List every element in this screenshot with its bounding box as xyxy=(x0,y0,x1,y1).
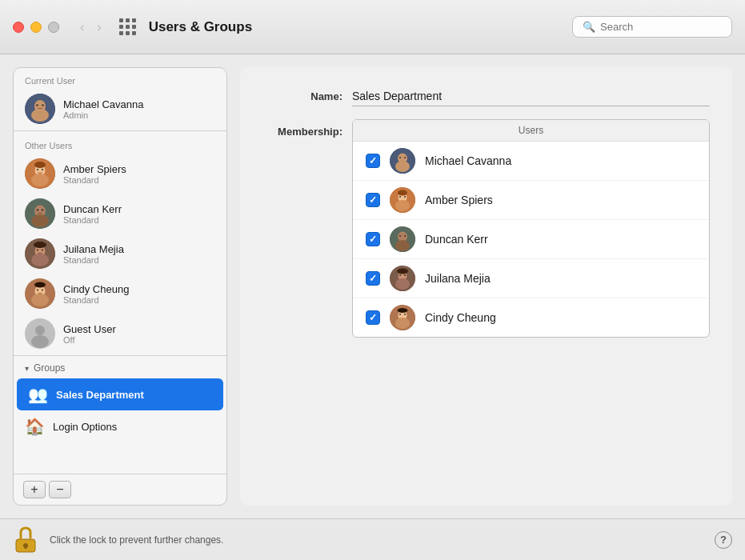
sidebar-item-michael[interactable]: Michael Cavanna Admin xyxy=(14,89,226,129)
login-house-icon: 🏠 xyxy=(25,417,45,436)
sidebar-item-juilana[interactable]: Juilana Mejia Standard xyxy=(14,234,226,274)
member-name-michael: Michael Cavanna xyxy=(425,154,511,167)
grid-dot xyxy=(132,18,136,22)
forward-button[interactable]: › xyxy=(92,18,106,36)
grid-icon[interactable] xyxy=(119,18,136,35)
svg-point-20 xyxy=(42,249,43,250)
search-bar[interactable]: 🔍 xyxy=(572,16,732,38)
traffic-lights xyxy=(13,22,59,33)
member-checkbox-amber[interactable]: ✓ xyxy=(366,193,380,207)
close-button[interactable] xyxy=(13,22,24,33)
member-avatar-juilana xyxy=(390,266,415,291)
membership-row: Membership: Users ✓ xyxy=(262,119,710,338)
member-checkbox-duncan[interactable]: ✓ xyxy=(366,232,380,246)
group-people-icon: 👥 xyxy=(28,385,48,404)
cindy-role: Standard xyxy=(63,295,129,305)
member-row-cindy: ✓ Cindy Cheung xyxy=(353,298,709,337)
sidebar-item-guest[interactable]: Guest User Off xyxy=(14,314,226,354)
grid-dot xyxy=(126,31,130,35)
lock-icon-wrapper[interactable] xyxy=(13,525,38,555)
back-button[interactable]: ‹ xyxy=(75,18,89,36)
sidebar-item-cindy[interactable]: Cindy Cheung Standard xyxy=(14,274,226,314)
remove-user-button[interactable]: − xyxy=(49,481,71,498)
svg-point-56 xyxy=(399,314,401,315)
member-row-michael: ✓ Michael Cavanna xyxy=(353,142,709,181)
titlebar: ‹ › Users & Groups 🔍 xyxy=(0,0,745,54)
michael-name: Michael Cavanna xyxy=(63,98,143,110)
svg-point-57 xyxy=(404,314,406,315)
svg-point-29 xyxy=(35,326,45,335)
amber-info: Amber Spiers Standard xyxy=(63,163,126,185)
avatar-amber xyxy=(25,158,55,189)
avatar-michael-svg xyxy=(25,94,55,124)
juilana-info: Juilana Mejia Standard xyxy=(63,243,124,265)
svg-point-55 xyxy=(395,318,410,329)
window-title: Users & Groups xyxy=(149,19,572,35)
svg-point-15 xyxy=(42,209,43,210)
member-avatar-amber xyxy=(390,187,415,213)
amber-role: Standard xyxy=(63,175,126,185)
svg-point-26 xyxy=(42,289,43,290)
cindy-name: Cindy Cheung xyxy=(63,283,129,295)
grid-dot xyxy=(132,25,136,29)
amber-name: Amber Spiers xyxy=(63,163,126,175)
member-checkbox-juilana[interactable]: ✓ xyxy=(366,271,380,286)
svg-point-45 xyxy=(399,235,401,237)
juilana-role: Standard xyxy=(63,255,124,265)
name-row: Name: Sales Department xyxy=(262,86,710,106)
svg-point-38 xyxy=(395,200,410,211)
guest-role: Off xyxy=(63,335,116,345)
svg-point-7 xyxy=(31,174,49,186)
right-panel: Name: Sales Department Membership: Users… xyxy=(240,67,732,506)
svg-point-13 xyxy=(31,214,49,227)
svg-point-19 xyxy=(37,249,38,250)
avatar-guest xyxy=(25,318,55,349)
checkmark-duncan: ✓ xyxy=(369,234,377,245)
help-button[interactable]: ? xyxy=(715,531,732,549)
add-user-button[interactable]: + xyxy=(23,481,46,498)
lock-status-text: Click the lock to prevent further change… xyxy=(50,534,703,546)
member-checkbox-cindy[interactable]: ✓ xyxy=(366,310,380,325)
member-checkbox-michael[interactable]: ✓ xyxy=(366,154,380,168)
sidebar-item-sales-department[interactable]: 👥 Sales Department xyxy=(17,378,223,410)
groups-chevron-icon: ▾ xyxy=(25,364,29,373)
svg-point-27 xyxy=(34,282,46,288)
member-name-amber: Amber Spiers xyxy=(425,194,493,206)
member-avatar-juilana-svg xyxy=(390,266,415,291)
michael-info: Michael Cavanna Admin xyxy=(63,98,143,120)
svg-point-50 xyxy=(399,274,401,276)
member-name-cindy: Cindy Cheung xyxy=(425,311,496,324)
svg-point-58 xyxy=(398,308,408,313)
divider-1 xyxy=(14,130,226,131)
grid-dot xyxy=(132,31,136,35)
svg-point-10 xyxy=(34,162,46,168)
zoom-button[interactable] xyxy=(48,22,59,33)
juilana-name: Juilana Mejia xyxy=(63,243,124,255)
svg-point-40 xyxy=(404,196,406,198)
michael-role: Admin xyxy=(63,110,143,120)
svg-point-52 xyxy=(397,269,408,274)
groups-header[interactable]: ▾ Groups xyxy=(14,358,226,378)
sidebar-item-login-options[interactable]: 🏠 Login Options xyxy=(14,410,226,442)
member-name-juilana: Juilana Mejia xyxy=(425,272,491,285)
search-input[interactable] xyxy=(600,21,722,33)
svg-point-9 xyxy=(42,169,43,170)
svg-point-3 xyxy=(36,104,38,106)
svg-point-24 xyxy=(31,294,49,306)
avatar-guest-svg xyxy=(25,318,55,349)
minimize-button[interactable] xyxy=(30,22,42,33)
membership-label: Membership: xyxy=(262,119,342,138)
duncan-name: Duncan Kerr xyxy=(63,203,122,215)
svg-point-8 xyxy=(37,169,38,170)
guest-name: Guest User xyxy=(63,323,116,335)
login-options-label: Login Options xyxy=(53,421,117,433)
lock-icon[interactable] xyxy=(13,525,38,555)
sidebar: Current User Michael Cavanna Admin Other… xyxy=(13,67,227,506)
divider-2 xyxy=(14,355,226,356)
sidebar-item-amber[interactable]: Amber Spiers Standard xyxy=(14,154,226,194)
svg-point-33 xyxy=(395,161,410,172)
member-avatar-michael-svg xyxy=(390,148,415,174)
sidebar-item-duncan[interactable]: Duncan Kerr Standard xyxy=(14,194,226,234)
checkmark-michael: ✓ xyxy=(369,155,377,166)
member-avatar-cindy-svg xyxy=(390,305,415,330)
